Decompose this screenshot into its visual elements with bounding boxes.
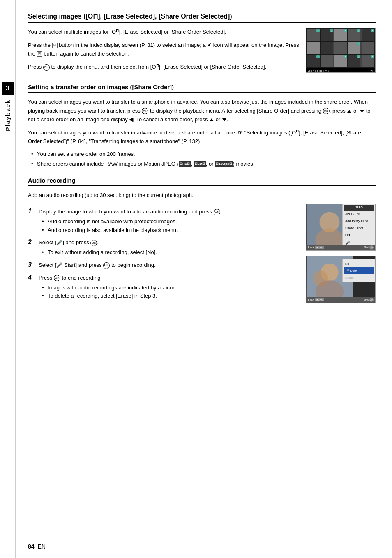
mic-icon: 🎤 (56, 239, 62, 247)
menu-icon-1: MENU (315, 246, 324, 249)
steps-right: JPEG JPEG Edit Add to My Clips Share Ord… (306, 204, 376, 305)
bullet-item: Share orders cannot include RAW images o… (31, 160, 376, 169)
page-container: 3 Playback Selecting images ([O⊓], [Eras… (0, 0, 392, 558)
step-4-content: Press OK to end recording. Images with a… (39, 274, 299, 301)
step-4-sub: Images with audio recordings are indicat… (42, 284, 299, 301)
cam-check: ✔ (357, 55, 360, 58)
cam-thumb: ✔ (321, 29, 334, 41)
cam-thumb: ✔ (334, 29, 347, 41)
menu2-item-start[interactable]: 🎤 Start (344, 267, 374, 274)
checkbox-icon2: ☑ (37, 51, 42, 57)
section1-text: You can select multiple images for [O⊓],… (28, 28, 299, 75)
numbered-steps: 1 Display the image to which you want to… (28, 208, 299, 301)
step-3-num: 3 (28, 261, 35, 270)
cam-thumb: ✔ (348, 55, 361, 67)
menu-header: JPEG (344, 205, 374, 211)
cam-thumb: ✔ (307, 55, 320, 67)
note-icon: ♩ (162, 284, 164, 292)
back-label-2: Back MENU (308, 298, 324, 301)
cam-check: ✔ (316, 55, 320, 58)
cam-check: ✔ (344, 29, 347, 32)
menu2-item-erase[interactable]: Erase (344, 274, 374, 281)
ok-icon-step2: OK (90, 240, 97, 246)
menu-panel-1: JPEG JPEG Edit Add to My Clips Share Ord… (342, 204, 375, 250)
cam-check: ✔ (357, 29, 360, 32)
side-tab: 3 Playback (0, 0, 16, 558)
bullet-item: You can set a share order on 200 frames. (31, 150, 376, 159)
menu-item-on[interactable]: O⊓ (344, 232, 374, 238)
step-2: 2 Select [🎤] and press OK. To exit witho… (28, 238, 299, 257)
main-content: Selecting images ([O⊓], [Erase Selected]… (16, 0, 392, 558)
back-label-1: Back MENU (308, 246, 324, 249)
triangle-down-icon2 (222, 118, 226, 121)
cam-thumb: ✔ (334, 55, 347, 67)
section1-para2: Press the ☑ button in the index display … (28, 41, 299, 58)
cam-grid: ✔ ✔ ✔ ✔ ✔ ✔ ✔ ✔ ✔ ✔ (306, 28, 375, 68)
triangle-up-icon (347, 110, 351, 113)
menu-item-jpeg-edit[interactable]: JPEG Edit (344, 211, 374, 218)
step-1-sub-1: Audio recording is not available with pr… (42, 218, 299, 226)
sd-badge: ⊞SD⊟ (194, 161, 206, 167)
cam-frame-count: 21 (370, 69, 374, 72)
cam-thumb (307, 42, 320, 54)
step-1-sub: Audio recording is not available with pr… (42, 218, 299, 235)
menu-screenshot-1: JPEG JPEG Edit Add to My Clips Share Ord… (306, 204, 376, 251)
cam-thumb (321, 42, 334, 54)
mic-icon2: 🎤 (56, 262, 62, 269)
cam-thumb (361, 42, 374, 54)
page-suffix: EN (38, 543, 46, 550)
menu-bar-1: Back MENU Set OK (306, 245, 375, 250)
section3-intro: Add an audio recording (up to 30 sec. lo… (28, 191, 376, 199)
steps-left: 1 Display the image to which you want to… (28, 204, 299, 305)
triangle-up-icon2 (210, 118, 214, 121)
menu-panel-2: No 🎤 Start Erase (342, 259, 375, 282)
cam-thumb: ✔ (348, 29, 361, 41)
page-footer: 84 EN (16, 543, 46, 550)
menu-item-share-order[interactable]: Share Order (344, 225, 374, 232)
section3-title: Audio recording (28, 177, 376, 186)
step-2-sub: To exit without adding a recording, sele… (42, 248, 299, 257)
cam-thumb (321, 55, 334, 67)
section1-para3: Press OK to display the menu, and then s… (28, 63, 299, 72)
ok-icon-step3: OK (103, 262, 110, 269)
section1-title: Selecting images ([O⊓], [Erase Selected]… (28, 12, 376, 23)
cam-thumb (334, 42, 347, 54)
page-number: 84 (28, 543, 35, 550)
ok-icon: OK (43, 64, 50, 71)
triangle-down-icon (360, 110, 364, 113)
cam-thumb: ✔ (361, 29, 374, 41)
step-3-content: Select [🎤 Start] and press OK to begin r… (39, 261, 299, 270)
fps-badge: ⊞120fps⊟ (215, 161, 233, 167)
menu2-item-no[interactable]: No (344, 260, 374, 267)
cam-check: ✔ (357, 42, 360, 45)
step-4-sub-1: Images with audio recordings are indicat… (42, 284, 299, 292)
step-1-sub-2: Audio recording is also available in the… (42, 226, 299, 235)
set-label-2: Set OK (364, 298, 374, 302)
cam-thumb: ✔ (307, 29, 320, 41)
menu-screenshot-2: No 🎤 Start Erase Back MENU Set OK (306, 256, 376, 303)
cam-check: ✔ (344, 55, 347, 58)
set-label-1: Set OK (364, 245, 374, 250)
step-4-sub-2: To delete a recording, select [Erase] in… (42, 292, 299, 301)
ok-icon3: OK (323, 108, 330, 114)
step-2-sub-1: To exit without adding a recording, sele… (42, 248, 299, 257)
step-4-num: 4 (28, 274, 35, 301)
cam-check: ✔ (330, 29, 333, 32)
cam-check: ✔ (371, 29, 374, 32)
menu-bar-2: Back MENU Set OK (306, 297, 375, 303)
step-2-content: Select [🎤] and press OK. To exit without… (39, 238, 299, 257)
step-1: 1 Display the image to which you want to… (28, 208, 299, 234)
cam-check: ✔ (371, 55, 374, 58)
camera-screenshot: ✔ ✔ ✔ ✔ ✔ ✔ ✔ ✔ ✔ ✔ 2016. (306, 28, 376, 73)
section2-bullets: You can set a share order on 200 frames.… (31, 150, 376, 169)
section1-para1: You can select multiple images for [O⊓],… (28, 28, 299, 37)
ok-circle-2: OK (369, 298, 374, 302)
checkbox-icon: ☑ (52, 43, 58, 48)
cam-check: ✔ (316, 29, 320, 32)
ok-icon-step4: OK (54, 275, 60, 281)
chapter-label: Playback (5, 100, 11, 131)
cam-footer: 2016.01.01 12:30 21 (306, 68, 375, 73)
section2-body2: You can select images you want to transf… (28, 128, 376, 146)
step-4: 4 Press OK to end recording. Images with… (28, 274, 299, 301)
menu-item-add-clips[interactable]: Add to My Clips (344, 218, 374, 225)
